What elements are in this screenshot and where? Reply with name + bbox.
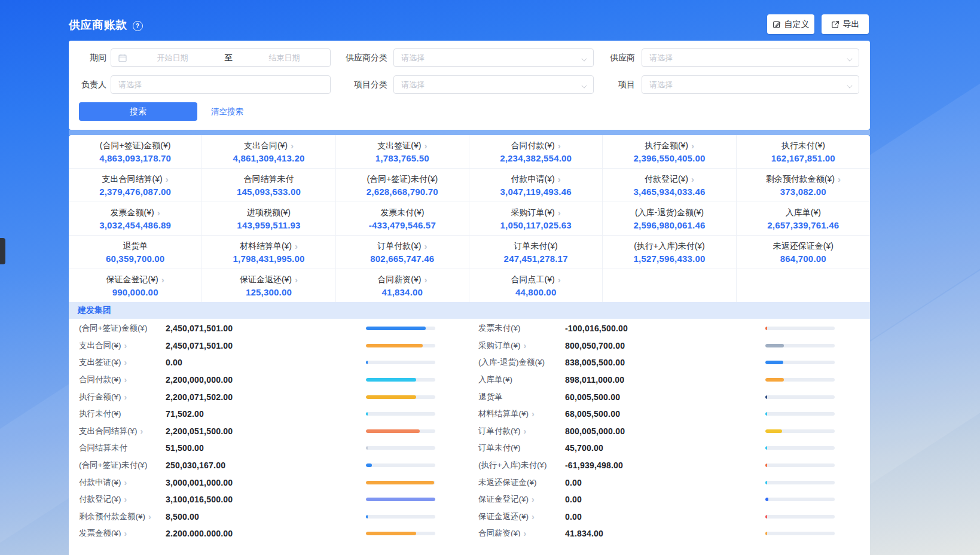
chevron-right-icon: › xyxy=(124,341,127,350)
detail-label: 发票未付(¥) xyxy=(478,323,521,334)
summary-card-label: (执行+入库)未付(¥) xyxy=(634,241,705,252)
summary-card[interactable]: 付款登记(¥) › 3,465,934,033.46 xyxy=(603,168,736,202)
project-category-select[interactable]: 请选择 xyxy=(393,75,594,94)
project-label: 项目 xyxy=(575,75,635,94)
summary-card-label: 采购订单(¥) xyxy=(511,208,555,218)
detail-row[interactable]: 订单付款(¥) › 800,005,000.00 xyxy=(478,423,835,440)
summary-card xyxy=(737,269,870,302)
summary-card[interactable]: 支出合同结算(¥) › 2,379,476,087.00 xyxy=(69,168,202,202)
detail-row: 入库单(¥) 898,011,000.00 xyxy=(478,371,835,389)
detail-row[interactable]: 执行金额(¥) › 2,200,071,502.00 xyxy=(79,388,435,405)
chevron-down-icon xyxy=(847,56,852,61)
detail-value: 3,000,001,000.00 xyxy=(166,478,233,487)
detail-row[interactable]: 发票金额(¥) › 2,200,000,000.00 xyxy=(79,525,435,536)
detail-row[interactable]: 付款登记(¥) › 3,100,016,500.00 xyxy=(79,491,435,508)
detail-value: 800,005,000.00 xyxy=(565,426,625,436)
detail-value: 800,050,700.00 xyxy=(565,341,625,350)
start-date-placeholder[interactable]: 开始日期 xyxy=(127,53,218,63)
detail-label: 未返还保证金(¥) xyxy=(478,477,537,488)
supplier-select[interactable]: 请选择 xyxy=(642,48,859,67)
detail-row[interactable]: 合同薪资(¥) › 41,834.00 xyxy=(478,525,835,536)
chevron-right-icon: › xyxy=(161,275,164,284)
summary-card[interactable]: 订单付款(¥) › 802,665,747.46 xyxy=(336,235,469,269)
detail-row[interactable]: 支出签证(¥) › 0.00 xyxy=(79,354,435,371)
summary-card[interactable]: 保证金返还(¥) › 125,300.00 xyxy=(202,269,335,302)
help-icon[interactable]: ? xyxy=(133,21,143,31)
summary-card-value: 864,700.00 xyxy=(780,254,826,264)
project-select[interactable]: 请选择 xyxy=(642,75,859,94)
summary-card[interactable]: 材料结算单(¥) › 1,798,431,995.00 xyxy=(202,235,335,269)
detail-label: 材料结算单(¥) xyxy=(478,408,529,419)
chevron-right-icon: › xyxy=(124,478,127,487)
detail-row[interactable]: 付款申请(¥) › 3,000,001,000.00 xyxy=(79,474,435,491)
progress-bar-fill xyxy=(765,481,767,484)
summary-card-value: 373,082.00 xyxy=(780,187,826,197)
clear-search-link[interactable]: 清空搜索 xyxy=(211,106,243,117)
chevron-right-icon: › xyxy=(166,175,169,184)
detail-label: 入库单(¥) xyxy=(478,374,512,385)
summary-card-value: 4,863,093,178.70 xyxy=(99,153,171,163)
progress-bar xyxy=(366,378,435,382)
summary-card-label: 未返还保证金(¥) xyxy=(773,241,834,252)
range-separator: 至 xyxy=(218,53,239,63)
progress-bar xyxy=(366,412,435,416)
summary-card-label: 执行未付(¥) xyxy=(781,141,825,151)
progress-bar-fill xyxy=(765,463,767,467)
summary-card-value: 60,359,700.00 xyxy=(106,254,165,264)
summary-card: 发票未付(¥) -433,479,546.57 xyxy=(336,202,469,235)
chevron-right-icon: › xyxy=(691,141,694,150)
summary-card[interactable]: 合同点工(¥) › 44,800.00 xyxy=(469,269,603,302)
search-button[interactable]: 搜索 xyxy=(79,102,197,121)
progress-bar-fill xyxy=(765,361,783,364)
progress-bar-fill xyxy=(366,429,420,433)
summary-card-label: 合同结算未付 xyxy=(243,174,294,185)
summary-card[interactable]: 合同薪资(¥) › 41,834.00 xyxy=(336,269,469,302)
date-range-input[interactable]: 开始日期 至 结束日期 xyxy=(111,48,331,67)
detail-label: 订单未付(¥) xyxy=(478,443,521,453)
owner-select[interactable]: 请选择 xyxy=(111,75,331,94)
summary-card[interactable]: 保证金登记(¥) › 990,000.00 xyxy=(69,269,202,302)
summary-card[interactable]: 发票金额(¥) › 3,032,454,486.89 xyxy=(69,202,202,235)
summary-card[interactable]: 支出合同(¥) › 4,861,309,413.20 xyxy=(202,135,335,168)
summary-card-value: 3,047,119,493.46 xyxy=(500,187,572,197)
end-date-placeholder[interactable]: 结束日期 xyxy=(239,53,330,63)
detail-label: 退货单 xyxy=(478,392,503,402)
detail-row[interactable]: 保证金登记(¥) › 0.00 xyxy=(478,491,835,508)
detail-row[interactable]: 材料结算单(¥) › 68,005,500.00 xyxy=(478,405,835,423)
summary-card[interactable]: 剩余预付款金额(¥) › 373,082.00 xyxy=(737,168,870,202)
chevron-right-icon: › xyxy=(691,175,694,184)
summary-card-label: 付款申请(¥) xyxy=(511,174,555,185)
summary-card-label: 合同薪资(¥) xyxy=(377,275,421,285)
customize-button[interactable]: 自定义 xyxy=(767,14,814,34)
summary-card-value: 2,234,382,554.00 xyxy=(500,153,572,163)
detail-row: 执行未付(¥) 71,502.00 xyxy=(79,405,435,423)
summary-card-label: 支出合同结算(¥) xyxy=(102,174,163,185)
detail-label: 付款申请(¥) xyxy=(79,477,121,488)
detail-row[interactable]: 采购订单(¥) › 800,050,700.00 xyxy=(478,337,835,355)
detail-label: 付款登记(¥) xyxy=(79,494,121,505)
detail-value: 2,200,051,500.00 xyxy=(166,426,233,436)
progress-bar-fill xyxy=(366,481,434,484)
detail-row[interactable]: 支出合同结算(¥) › 2,200,051,500.00 xyxy=(79,423,435,440)
summary-card: 退货单 60,359,700.00 xyxy=(69,235,202,269)
owner-label: 负责人 xyxy=(69,75,106,94)
detail-row[interactable]: 合同付款(¥) › 2,200,000,000.00 xyxy=(79,371,435,389)
progress-bar xyxy=(765,463,835,467)
summary-card[interactable]: 执行金额(¥) › 2,396,550,405.00 xyxy=(603,135,736,168)
chevron-right-icon: › xyxy=(124,376,127,384)
export-button[interactable]: 导出 xyxy=(822,14,869,34)
chevron-right-icon: › xyxy=(295,242,298,251)
detail-value: 898,011,000.00 xyxy=(565,375,624,385)
drawer-handle[interactable] xyxy=(0,238,5,264)
chevron-right-icon: › xyxy=(558,175,561,184)
summary-card[interactable]: 采购订单(¥) › 1,050,117,025.63 xyxy=(469,202,603,235)
detail-row[interactable]: 保证金返还(¥) › 0.00 xyxy=(478,508,835,526)
detail-row[interactable]: 剩余预付款金额(¥) › 8,500.00 xyxy=(79,508,435,526)
progress-bar-fill xyxy=(366,463,372,467)
chevron-right-icon: › xyxy=(295,275,298,284)
summary-card[interactable]: 合同付款(¥) › 2,234,382,554.00 xyxy=(469,135,603,168)
detail-row[interactable]: 支出合同(¥) › 2,450,071,501.00 xyxy=(79,337,435,355)
summary-card[interactable]: 支出签证(¥) › 1,783,765.50 xyxy=(336,135,469,168)
supplier-category-select[interactable]: 请选择 xyxy=(393,48,594,67)
summary-card[interactable]: 付款申请(¥) › 3,047,119,493.46 xyxy=(469,168,603,202)
